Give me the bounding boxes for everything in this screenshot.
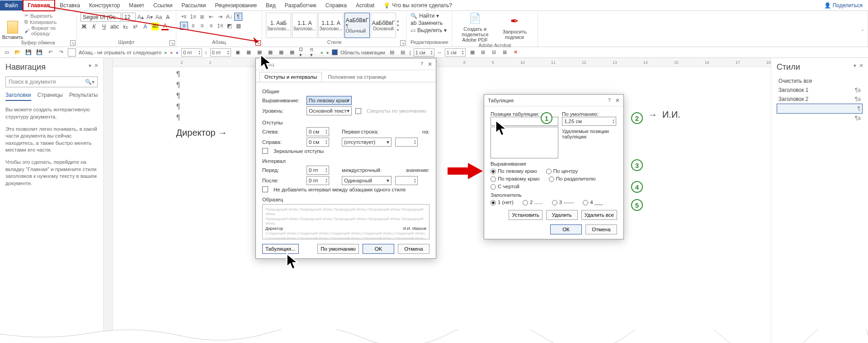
align-right-icon[interactable]: ≡ [198,22,206,30]
font-name[interactable]: Segoe UI (Ос [80,13,121,22]
tell-me[interactable]: 💡Что вы хотите сделать? [379,0,457,10]
indent-left-spin[interactable]: 0 см [307,127,329,136]
leader-2-radio[interactable]: 2 ...... [523,200,543,205]
bullets-icon[interactable]: •≡ [180,13,188,21]
qa-page-icon[interactable]: ▣ [234,48,242,57]
search-input[interactable]: Поиск в документе 🔍▾ [5,76,98,87]
spacing-before-input[interactable]: 0 пт [181,48,202,57]
collapse-ribbon-icon[interactable]: ˄ [861,29,864,35]
text-effects-icon[interactable]: A [142,24,149,30]
dec-indent-icon[interactable]: ⇤ [207,13,215,21]
ok-button[interactable]: OK [363,244,394,254]
tab-insert[interactable]: Вставка [55,0,85,10]
leader-4-radio[interactable]: 4 ___ [583,200,603,205]
clear-button[interactable]: Удалить [546,210,578,220]
leader-1-radio[interactable]: 1 (нет) [491,200,514,205]
firstline-combo[interactable]: (отсутствует) [342,138,392,147]
shading-icon[interactable]: ◩ [225,22,233,30]
find-button[interactable]: 🔍 Найти ▾ [410,13,448,19]
change-case-icon[interactable]: Aa [155,13,163,21]
align-justify-icon[interactable]: ≡ [207,22,215,30]
qa-save-icon[interactable]: 💾 [24,48,33,57]
strike-icon[interactable]: abc [110,24,119,30]
indent-right-spin[interactable]: 0 см [307,138,329,147]
pilcrow-icon[interactable]: ¶ [234,13,242,21]
borders-icon[interactable]: ▦ [234,22,242,30]
adobe-share-button[interactable]: 📄Создать и поделиться Adobe PDF [456,13,495,43]
horizontal-ruler[interactable]: 21 123 456 789 101112 131415 161718 [113,58,771,67]
nospace-checkbox[interactable] [262,186,268,192]
style-gallery[interactable]: 1. АаБЗаголово... 1.1. АЗаголово... 1.1.… [266,13,403,38]
align-left-radio[interactable]: По левому краю [491,168,537,174]
close-icon[interactable]: ✕ [615,97,620,104]
align-left-icon[interactable]: ≡ [180,22,188,30]
italic-icon[interactable]: К [90,24,98,30]
superscript-icon[interactable]: x² [132,24,139,30]
tab-developer[interactable]: Разработчик [280,0,321,10]
tab-acrobat[interactable]: Acrobat [351,0,379,10]
clear-format-icon[interactable]: A̶ [164,13,172,21]
inc-indent-icon[interactable]: ⇥ [216,13,224,21]
tab-position[interactable]: Положение на странице [323,72,391,82]
style-heading3[interactable]: 1.1.1. АЗаголово... [318,13,344,38]
style-row[interactable]: Очистить все [777,76,863,86]
qa-saveas-icon[interactable]: 💾 [35,48,43,57]
paragraph-launcher[interactable]: ↘ [255,40,261,46]
align-center-icon[interactable]: ≡ [189,22,197,30]
style-heading2[interactable]: 1.1. АЗаголово... [292,13,317,38]
help-icon[interactable]: ? [608,97,611,104]
copy-button[interactable]: ⧉ Копировать [24,19,73,25]
tabs-button[interactable]: Табуляция... [262,244,299,254]
tab-design[interactable]: Конструктор [85,0,124,10]
align-bar-radio[interactable]: С чертой [491,184,519,190]
level-combo[interactable]: Основной текст [307,106,352,115]
spacing-after-input[interactable]: 0 пт [210,48,231,57]
qa-redo-icon[interactable]: ↷ [57,48,65,57]
replace-button[interactable]: ab Заменить [410,20,448,26]
search-icon[interactable]: 🔍▾ [85,79,94,85]
cancel-button[interactable]: Отмена [398,244,429,254]
document-area[interactable]: 21 123 456 789 101112 131415 161718 ¶ ¶ … [113,58,771,343]
tab-layout[interactable]: Макет [124,0,149,10]
tab-file[interactable]: Файл [0,0,23,10]
tab-references[interactable]: Ссылки [149,0,177,10]
adobe-sign-button[interactable]: ✒Запросить подписи [495,13,534,43]
select-button[interactable]: ▭ Выделить ▾ [410,27,448,33]
set-button[interactable]: Установить [509,210,542,220]
nav-close-icon[interactable]: ✕ [94,62,99,69]
highlight-icon[interactable]: ab [151,23,159,30]
line-spacing-icon[interactable]: ‡≡ [216,22,224,30]
bold-icon[interactable]: Ж [80,24,88,30]
indent-left-input[interactable]: 1 см [414,48,434,57]
tab-home[interactable]: Главная [23,0,56,11]
style-row[interactable]: Заголовок 1¶a [777,86,863,95]
collapse-checkbox[interactable] [355,108,361,114]
nav-tab-results[interactable]: Результаты [69,92,98,101]
defaults-button[interactable]: По умолчанию [317,244,359,254]
style-row[interactable]: ¶a [777,114,863,123]
shrink-font-icon[interactable]: A▾ [146,13,154,21]
space-after-spin[interactable]: 0 пт [307,176,329,185]
tab-review[interactable]: Рецензирование [210,0,261,10]
font-color-icon[interactable]: A [161,23,169,30]
close-icon[interactable]: ✕ [428,61,432,67]
nav-tab-headings[interactable]: Заголовки [5,92,31,101]
align-center-radio[interactable]: По центру [546,168,578,174]
sort-icon[interactable]: A↓ [225,13,233,21]
nav-tab-pages[interactable]: Страницы [38,92,63,101]
tab-help[interactable]: Справка [321,0,351,10]
firstline-spin[interactable] [395,138,418,147]
help-icon[interactable]: ? [420,61,423,67]
tab-ok-button[interactable]: ОК [550,224,582,234]
indent-right-input[interactable]: 1 см [445,48,466,57]
multilevel-icon[interactable]: ≣ [198,13,206,21]
default-tab-spin[interactable]: 1,25 см [562,117,616,126]
align-right-radio[interactable]: По правому краю [491,176,540,182]
paste-button[interactable]: Вставить [4,13,22,40]
qa-undo-icon[interactable]: ↶ [46,48,54,57]
tab-cancel-button[interactable]: Отмена [585,224,617,234]
qa-new-icon[interactable]: ▭ [3,48,11,57]
style-normal[interactable]: АаБбВвГ¶ Обычный [344,13,370,38]
clipboard-launcher[interactable]: ↘ [70,40,75,46]
leader-3-radio[interactable]: 3 ------ [552,200,574,205]
